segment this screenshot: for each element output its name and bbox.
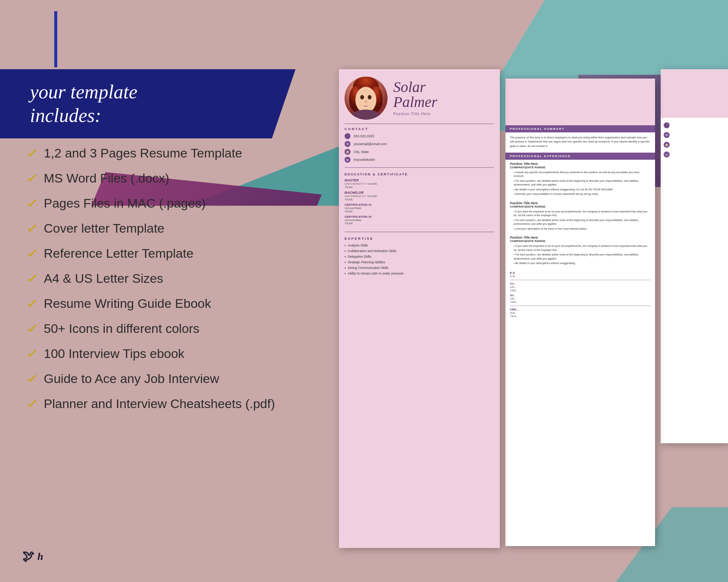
- checklist-item-5: ✓ A4 & US Letter Sizes: [26, 271, 318, 286]
- expertise-title: EXPERTISE: [345, 237, 494, 241]
- checklist-item-7: ✓ 50+ Icons in different colors: [26, 321, 318, 336]
- degree-cert1: CERTIFICATION #1: [345, 203, 494, 206]
- resume-page-2: PROFESSIONAL SUMMARY The purpose of this…: [505, 79, 655, 546]
- contact-phone-row: 📞 333.333.3333: [345, 133, 494, 139]
- job-company-1: COMPANY|DATE RANGE: [510, 205, 651, 208]
- check-icon-9: ✓: [26, 372, 36, 386]
- phone-icon: 📞: [345, 133, 351, 139]
- page2-divider2: [510, 306, 651, 306]
- prof-summary-bar: PROFESSIONAL SUMMARY: [505, 125, 655, 132]
- checklist-item-10: ✓ Planner and Interview Cheatsheets (.pd…: [26, 396, 318, 411]
- skill-text-5: Ability to remain calm in under pressure: [348, 272, 404, 275]
- edu-entry-master: MASTER UNIVERSITY NAME YEAR: [345, 178, 494, 189]
- skill-text-1: Collaboration and Motivation Skills: [348, 249, 397, 253]
- banner-line2: includes:: [30, 104, 137, 127]
- checklist-item-2: ✓ Pages Files in MAC (.pages): [26, 196, 318, 211]
- logo-area: 🕊 h: [22, 549, 43, 563]
- email-icon: ✉: [345, 141, 351, 147]
- checklist-item-4: ✓ Reference Letter Template: [26, 246, 318, 261]
- page2-edu-label: E D: [510, 271, 651, 275]
- skill-text-4: Strong Communication Skills: [348, 266, 389, 270]
- checklist-item-9: ✓ Guide to Ace any Job Interview: [26, 371, 318, 386]
- contact-title: CONTACT: [345, 127, 494, 131]
- school-bachelor: UNIVERSITY NAME: [345, 194, 494, 198]
- job-company-2: COMPANY|DATE RANGE: [510, 239, 651, 243]
- page2-cert-year: YEA...: [510, 315, 651, 318]
- bullet-2-2: • Be details in your descriptions withou…: [510, 261, 651, 266]
- check-icon-1: ✓: [26, 171, 36, 186]
- checklist-item-0: ✓ 1,2 and 3 Pages Resume Template: [26, 146, 318, 160]
- job-entry-1: Position Title Here COMPANY|DATE RANGE •…: [505, 199, 655, 234]
- bullet-0-3: • Describe your responsibilities in conc…: [510, 192, 651, 197]
- page3-icon-item: 📞: [664, 122, 725, 128]
- svg-point-5: [360, 95, 364, 99]
- edu-entry-cert2: CERTIFICATION #2 School/State YEAR: [345, 215, 494, 225]
- page3-icon-item-3: 🏠: [664, 142, 725, 148]
- resume-position-title: Position Title Here: [393, 112, 437, 116]
- check-icon-2: ✓: [26, 196, 36, 211]
- job-entry-0: Position Title Here COMPANY|DATE RANGE •…: [505, 160, 655, 199]
- year-cert2: YEAR: [345, 222, 494, 225]
- check-text-1: MS Word Files (.docx): [44, 171, 169, 186]
- check-icon-6: ✓: [26, 297, 36, 311]
- skill-text-0: Analysis Skills: [348, 243, 368, 247]
- checklist-item-1: ✓ MS Word Files (.docx): [26, 171, 318, 186]
- page3-icon-item-2: ✉: [664, 132, 725, 138]
- bullet-0: •: [345, 243, 346, 248]
- bullet-1-1: • For each position, use detailed action…: [510, 218, 651, 227]
- education-title: EDUCATION & CERTIFICATE: [345, 172, 494, 176]
- check-text-4: Reference Letter Template: [44, 246, 193, 261]
- job-company-0: COMPANY|DATE RANGE: [510, 166, 651, 169]
- bullet-1-0: • If you want the emphasis to be on your…: [510, 209, 651, 218]
- school-master: UNIVERSITY NAME: [345, 182, 494, 186]
- expertise-section: EXPERTISE •Analysis Skills•Collaboration…: [339, 235, 500, 278]
- contact-linkedin-row: in in/yourlinkedin: [345, 157, 494, 163]
- contact-section: CONTACT 📞 333.333.3333 ✉ youremail@email…: [339, 124, 500, 164]
- skill-text-3: Strategic Planning Abilities: [348, 260, 385, 264]
- resume-divider-3: [345, 232, 494, 232]
- resume-header: Solar Palmer Position Title Here: [339, 69, 500, 123]
- page2-header: [505, 79, 655, 125]
- expertise-item-3: •Strategic Planning Abilities: [345, 260, 494, 265]
- page2-un2: UN...: [510, 297, 651, 300]
- page2-cert-school: Sch...: [510, 311, 651, 315]
- bullet-3: •: [345, 260, 346, 264]
- page3-home-icon: 🏠: [664, 142, 670, 148]
- check-icon-3: ✓: [26, 221, 36, 236]
- linkedin-icon: in: [345, 157, 351, 163]
- expertise-list: •Analysis Skills•Collaboration and Motiv…: [345, 243, 494, 276]
- page2-ba-label: BA...: [510, 294, 651, 297]
- page3-icon-item-4: in: [664, 151, 725, 157]
- page3-icons: 📞 ✉ 🏠 in: [661, 118, 728, 162]
- page2-year2: YEA...: [510, 300, 651, 304]
- location-icon: 🏠: [345, 149, 351, 155]
- school-cert1: School/State: [345, 206, 494, 210]
- bullet-2-1: • For each position, use detailed action…: [510, 252, 651, 261]
- check-text-5: A4 & US Letter Sizes: [44, 271, 163, 286]
- svg-point-4: [355, 87, 376, 113]
- check-text-6: Resume Writing Guide Ebook: [44, 296, 211, 311]
- check-icon-8: ✓: [26, 347, 36, 361]
- banner-text: your template includes:: [30, 80, 137, 127]
- prof-summary-title: PROFESSIONAL SUMMARY: [510, 127, 565, 131]
- page2-edu-partial: E D C E Ma... UN... YEA... BA... UN... Y…: [505, 268, 655, 321]
- check-text-2: Pages Files in MAC (.pages): [44, 196, 206, 211]
- expertise-item-4: •Strong Communication Skills: [345, 265, 494, 271]
- job-title-2: Position Title Here: [510, 236, 651, 239]
- check-text-9: Guide to Ace any Job Interview: [44, 371, 219, 386]
- bullet-1: •: [345, 249, 346, 253]
- job-title-0: Position Title Here: [510, 162, 651, 166]
- bullet-2-0: • If you want the emphasis to be on your…: [510, 244, 651, 252]
- check-icon-0: ✓: [26, 146, 36, 160]
- page3-phone-icon: 📞: [664, 122, 670, 128]
- resume-last-name: Palmer: [393, 95, 437, 110]
- checklist-section: ✓ 1,2 and 3 Pages Resume Template ✓ MS W…: [26, 146, 318, 422]
- check-text-8: 100 Interview Tips ebook: [44, 346, 184, 361]
- svg-point-6: [368, 95, 371, 99]
- bullet-5: •: [345, 272, 346, 276]
- page3-email-icon: ✉: [664, 132, 670, 138]
- banner-line1: your template: [30, 80, 137, 104]
- check-icon-5: ✓: [26, 272, 36, 286]
- check-text-0: 1,2 and 3 Pages Resume Template: [44, 146, 242, 160]
- expertise-item-2: •Delegation Skills: [345, 254, 494, 260]
